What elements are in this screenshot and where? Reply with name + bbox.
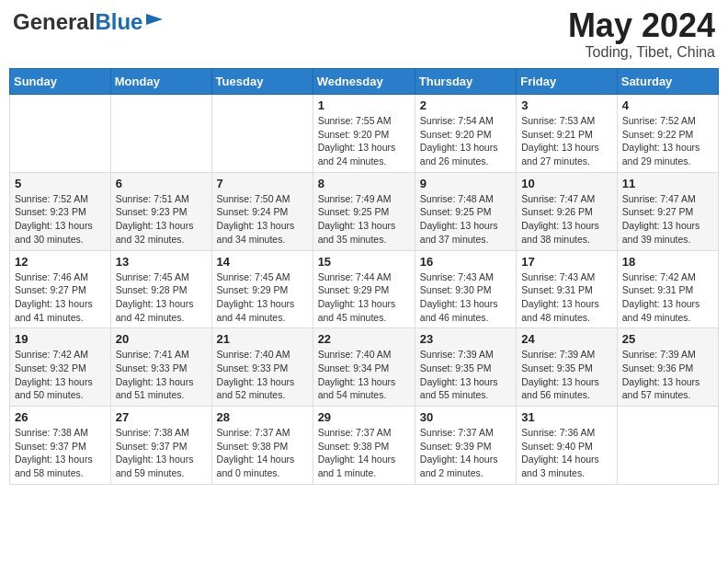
day-info: Sunrise: 7:37 AM Sunset: 9:39 PM Dayligh… [420, 426, 511, 480]
day-number: 1 [318, 98, 410, 112]
calendar-cell: 25Sunrise: 7:39 AM Sunset: 9:36 PM Dayli… [617, 328, 718, 407]
calendar-cell: 23Sunrise: 7:39 AM Sunset: 9:35 PM Dayli… [415, 328, 516, 407]
day-info: Sunrise: 7:39 AM Sunset: 9:35 PM Dayligh… [420, 348, 511, 402]
calendar-cell: 27Sunrise: 7:38 AM Sunset: 9:37 PM Dayli… [110, 407, 211, 485]
calendar-cell: 19Sunrise: 7:42 AM Sunset: 9:32 PM Dayli… [10, 328, 111, 407]
day-info: Sunrise: 7:45 AM Sunset: 9:29 PM Dayligh… [217, 270, 308, 325]
day-number: 16 [420, 255, 511, 269]
day-number: 19 [15, 332, 106, 346]
calendar-cell: 4Sunrise: 7:52 AM Sunset: 9:22 PM Daylig… [617, 95, 718, 173]
day-info: Sunrise: 7:47 AM Sunset: 9:27 PM Dayligh… [622, 192, 713, 247]
day-number: 14 [217, 255, 308, 269]
location-subtitle: Toding, Tibet, China [568, 44, 715, 61]
day-info: Sunrise: 7:50 AM Sunset: 9:24 PM Dayligh… [217, 192, 308, 247]
day-number: 10 [521, 177, 612, 190]
day-number: 26 [15, 410, 106, 424]
day-info: Sunrise: 7:49 AM Sunset: 9:25 PM Dayligh… [318, 192, 410, 247]
calendar-week-row: 5Sunrise: 7:52 AM Sunset: 9:23 PM Daylig… [10, 172, 719, 250]
day-info: Sunrise: 7:48 AM Sunset: 9:25 PM Dayligh… [420, 192, 511, 247]
day-info: Sunrise: 7:38 AM Sunset: 9:37 PM Dayligh… [15, 426, 106, 480]
day-number: 21 [217, 332, 308, 346]
header-saturday: Saturday [617, 69, 718, 95]
day-number: 12 [15, 255, 106, 269]
header-wednesday: Wednesday [313, 69, 415, 95]
calendar-cell: 21Sunrise: 7:40 AM Sunset: 9:33 PM Dayli… [211, 328, 313, 407]
day-number: 20 [116, 332, 207, 346]
calendar-cell: 8Sunrise: 7:49 AM Sunset: 9:25 PM Daylig… [313, 172, 415, 250]
logo-text: General Blue [13, 9, 165, 35]
day-info: Sunrise: 7:40 AM Sunset: 9:34 PM Dayligh… [318, 348, 410, 402]
calendar-week-row: 26Sunrise: 7:38 AM Sunset: 9:37 PM Dayli… [10, 407, 719, 485]
calendar-cell: 22Sunrise: 7:40 AM Sunset: 9:34 PM Dayli… [313, 328, 415, 407]
day-info: Sunrise: 7:43 AM Sunset: 9:30 PM Dayligh… [420, 270, 511, 325]
day-info: Sunrise: 7:54 AM Sunset: 9:20 PM Dayligh… [420, 114, 511, 168]
calendar-cell: 20Sunrise: 7:41 AM Sunset: 9:33 PM Dayli… [110, 328, 211, 407]
day-info: Sunrise: 7:51 AM Sunset: 9:23 PM Dayligh… [116, 192, 207, 247]
page-header: General Blue May 2024 Toding, Tibet, Chi… [9, 9, 719, 61]
calendar-cell: 5Sunrise: 7:52 AM Sunset: 9:23 PM Daylig… [10, 172, 111, 250]
day-number: 2 [420, 98, 511, 112]
calendar-cell: 16Sunrise: 7:43 AM Sunset: 9:30 PM Dayli… [415, 250, 516, 328]
calendar-cell [10, 95, 111, 173]
day-info: Sunrise: 7:42 AM Sunset: 9:31 PM Dayligh… [622, 270, 713, 325]
day-info: Sunrise: 7:52 AM Sunset: 9:22 PM Dayligh… [622, 114, 713, 168]
day-number: 6 [116, 177, 207, 190]
logo-blue: Blue [95, 9, 142, 35]
calendar-cell [211, 95, 313, 173]
calendar-cell: 11Sunrise: 7:47 AM Sunset: 9:27 PM Dayli… [617, 172, 718, 250]
calendar-header: Sunday Monday Tuesday Wednesday Thursday… [10, 69, 719, 95]
day-info: Sunrise: 7:44 AM Sunset: 9:29 PM Dayligh… [318, 270, 410, 325]
calendar-cell [110, 95, 211, 173]
day-info: Sunrise: 7:37 AM Sunset: 9:38 PM Dayligh… [217, 426, 308, 480]
calendar-cell: 13Sunrise: 7:45 AM Sunset: 9:28 PM Dayli… [110, 250, 211, 328]
day-info: Sunrise: 7:52 AM Sunset: 9:23 PM Dayligh… [15, 192, 106, 247]
calendar-table: Sunday Monday Tuesday Wednesday Thursday… [9, 68, 719, 485]
calendar-cell: 12Sunrise: 7:46 AM Sunset: 9:27 PM Dayli… [10, 250, 111, 328]
day-number: 3 [521, 98, 612, 112]
calendar-cell: 7Sunrise: 7:50 AM Sunset: 9:24 PM Daylig… [211, 172, 313, 250]
calendar-cell: 17Sunrise: 7:43 AM Sunset: 9:31 PM Dayli… [517, 250, 618, 328]
day-info: Sunrise: 7:45 AM Sunset: 9:28 PM Dayligh… [116, 270, 207, 325]
calendar-cell: 28Sunrise: 7:37 AM Sunset: 9:38 PM Dayli… [211, 407, 313, 485]
day-info: Sunrise: 7:43 AM Sunset: 9:31 PM Dayligh… [521, 270, 612, 325]
day-number: 28 [217, 410, 308, 424]
logo-general: General [13, 9, 95, 35]
weekday-header-row: Sunday Monday Tuesday Wednesday Thursday… [10, 69, 719, 95]
calendar-cell: 6Sunrise: 7:51 AM Sunset: 9:23 PM Daylig… [110, 172, 211, 250]
title-area: May 2024 Toding, Tibet, China [568, 9, 715, 61]
day-number: 18 [622, 255, 713, 269]
calendar-cell: 10Sunrise: 7:47 AM Sunset: 9:26 PM Dayli… [517, 172, 618, 250]
day-number: 22 [318, 332, 410, 346]
calendar-cell: 30Sunrise: 7:37 AM Sunset: 9:39 PM Dayli… [415, 407, 516, 485]
calendar-cell: 14Sunrise: 7:45 AM Sunset: 9:29 PM Dayli… [211, 250, 313, 328]
calendar-week-row: 1Sunrise: 7:55 AM Sunset: 9:20 PM Daylig… [10, 95, 719, 173]
calendar-cell: 15Sunrise: 7:44 AM Sunset: 9:29 PM Dayli… [313, 250, 415, 328]
day-number: 24 [521, 332, 612, 346]
day-info: Sunrise: 7:36 AM Sunset: 9:40 PM Dayligh… [521, 426, 612, 480]
calendar-cell: 18Sunrise: 7:42 AM Sunset: 9:31 PM Dayli… [617, 250, 718, 328]
header-monday: Monday [110, 69, 211, 95]
logo: General Blue [13, 9, 165, 35]
day-number: 23 [420, 332, 511, 346]
day-number: 17 [521, 255, 612, 269]
day-info: Sunrise: 7:37 AM Sunset: 9:38 PM Dayligh… [318, 426, 410, 480]
day-info: Sunrise: 7:39 AM Sunset: 9:36 PM Dayligh… [622, 348, 713, 402]
calendar-cell: 24Sunrise: 7:39 AM Sunset: 9:35 PM Dayli… [517, 328, 618, 407]
day-number: 27 [116, 410, 207, 424]
calendar-cell: 26Sunrise: 7:38 AM Sunset: 9:37 PM Dayli… [10, 407, 111, 485]
day-number: 7 [217, 177, 308, 190]
calendar-cell [617, 407, 718, 485]
day-info: Sunrise: 7:55 AM Sunset: 9:20 PM Dayligh… [318, 114, 410, 168]
day-number: 13 [116, 255, 207, 269]
header-friday: Friday [517, 69, 618, 95]
header-tuesday: Tuesday [211, 69, 313, 95]
calendar-cell: 9Sunrise: 7:48 AM Sunset: 9:25 PM Daylig… [415, 172, 516, 250]
day-number: 4 [622, 98, 713, 112]
day-number: 11 [622, 177, 713, 190]
calendar-cell: 2Sunrise: 7:54 AM Sunset: 9:20 PM Daylig… [415, 95, 516, 173]
day-number: 9 [420, 177, 511, 190]
day-number: 30 [420, 410, 511, 424]
calendar-cell: 1Sunrise: 7:55 AM Sunset: 9:20 PM Daylig… [313, 95, 415, 173]
day-info: Sunrise: 7:46 AM Sunset: 9:27 PM Dayligh… [15, 270, 106, 325]
day-number: 15 [318, 255, 410, 269]
